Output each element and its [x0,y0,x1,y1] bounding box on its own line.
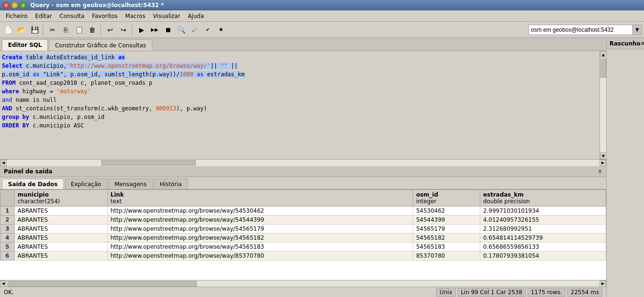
connection-input[interactable] [529,25,633,35]
scroll-left-arrow[interactable]: ◀ [0,160,7,166]
cell-estradas-km: 2.312680992951 [480,225,606,234]
row-number-header [0,190,15,207]
editor-horizontal-scrollbar[interactable]: ◀ ▶ [0,159,606,166]
table-body: 1 ABRANTES http://www.openstreetmap.org/… [0,207,606,261]
window-controls: × − + [3,2,26,9]
menu-ajuda[interactable]: Ajuda [184,12,208,20]
undo-button[interactable]: ↩ [104,24,116,36]
cell-osm-id: 85370780 [413,252,480,261]
cell-link: http://www.openstreetmap.org/browse/way/… [107,225,413,234]
run-button[interactable]: ▶ [135,24,148,36]
rascunho-panel: Rascunho ✕ [606,38,644,297]
rascunho-close-button[interactable]: ✕ [640,40,644,47]
scroll-up-arrow[interactable]: ▲ [600,51,606,58]
editor-tabs: Editor SQL Construtor Gráfico de Consult… [0,38,606,51]
status-encoding: Unix [436,288,456,297]
minimize-window-button[interactable]: − [11,2,18,9]
output-close-button[interactable]: ✕ [598,168,602,175]
commit-button[interactable]: ✔ [202,24,214,36]
cut-button[interactable]: ✂ [46,24,59,36]
maximize-window-button[interactable]: + [20,2,26,9]
menu-ficheiro[interactable]: Ficheiro [2,12,31,20]
cell-estradas-km: 2.99971030101934 [480,207,606,216]
scroll-right-arrow[interactable]: ▶ [600,160,606,166]
data-scroll-thumb[interactable] [8,281,197,287]
cell-municipio: ABRANTES [15,225,108,234]
cell-estradas-km: 4.01240957326155 [480,216,606,225]
table-row: 6 ABRANTES http://www.openstreetmap.org/… [0,252,606,261]
data-scroll-left[interactable]: ◀ [0,280,7,287]
status-right: Unix Lin 99 Col 1 Car 2538 1175 rows. 22… [436,288,602,297]
save-button[interactable]: 💾 [28,24,41,36]
data-table-container[interactable]: municipio character(254) Link text osm_i… [0,189,606,280]
menubar: Ficheiro Editar Consulta Favoritos Macro… [0,10,644,22]
connection-dropdown-arrow[interactable]: ▼ [633,25,642,35]
status-size: 22554 ms [567,288,602,297]
cell-municipio: ABRANTES [15,243,108,252]
output-tab-explain[interactable]: Explicação [65,179,107,189]
menu-favoritos[interactable]: Favoritos [88,12,121,20]
scroll-thumb-v[interactable] [600,59,606,78]
row-number: 6 [0,252,15,261]
editor-main[interactable]: Create table AutoEstradas_id_link as Sel… [0,51,600,159]
copy-button[interactable]: ⎘ [60,24,72,36]
editor-body: Create table AutoEstradas_id_link as Sel… [0,51,606,159]
run-all-button[interactable]: ▶▶ [149,24,161,36]
tab-construtor[interactable]: Construtor Gráfico de Consultas [49,39,152,51]
table-row: 4 ABRANTES http://www.openstreetmap.org/… [0,234,606,243]
scroll-down-arrow[interactable]: ▼ [600,153,606,159]
data-scroll-right[interactable]: ▶ [600,280,606,287]
col-header-estradas-km: estradas_km double precision [480,190,606,207]
data-scroll-track[interactable] [7,280,600,287]
redo-button[interactable]: ↪ [117,24,130,36]
row-number: 4 [0,234,15,243]
editor-vertical-scrollbar[interactable]: ▲ ▼ [600,51,606,159]
toolbar: 📄 📂 💾 ✂ ⎘ 📋 🗑 ↩ ↪ ▶ ▶▶ ⏹ 🔍 🔎 ✔ ✖ ▼ [0,22,644,38]
rascunho-header: Rascunho ✕ [607,38,644,49]
clear-button[interactable]: 🗑 [86,24,98,36]
editor-wrapper: Create table AutoEstradas_id_link as Sel… [0,51,606,166]
code-area[interactable]: Create table AutoEstradas_id_link as Sel… [2,53,598,130]
data-horizontal-scrollbar[interactable]: ◀ ▶ [0,280,606,287]
cell-osm-id: 54565183 [413,243,480,252]
cell-osm-id: 54565179 [413,225,480,234]
statusbar: OK. Unix Lin 99 Col 1 Car 2538 1175 rows… [0,287,606,297]
menu-editar[interactable]: Editar [31,12,56,20]
output-tab-data[interactable]: Saída de Dados [2,179,64,189]
output-wrapper: Painel de saída ✕ Saída de Dados Explica… [0,166,606,287]
output-tab-history[interactable]: História [154,179,188,189]
app: × − + Query - osm em geobox@localhost:54… [0,0,644,297]
cell-osm-id: 54530462 [413,207,480,216]
rascunho-title: Rascunho [609,40,640,47]
main-area: Editor SQL Construtor Gráfico de Consult… [0,38,644,297]
table-row: 2 ABRANTES http://www.openstreetmap.org/… [0,216,606,225]
new-button[interactable]: 📄 [2,24,14,36]
output-panel-header: Painel de saída ✕ [0,166,606,177]
explain-button[interactable]: 🔍 [175,24,187,36]
rollback-button[interactable]: ✖ [215,24,227,36]
separator-2 [100,24,102,36]
menu-macros[interactable]: Macros [122,12,150,20]
cell-link: http://www.openstreetmap.org/browse/way/… [107,243,413,252]
tab-editor-sql[interactable]: Editor SQL [2,39,48,51]
cell-municipio: ABRANTES [15,216,108,225]
cell-estradas-km: 0.654814114529739 [480,234,606,243]
scroll-thumb-h[interactable] [101,160,196,166]
col-header-osm-id: osm_id integer [413,190,480,207]
open-button[interactable]: 📂 [15,24,27,36]
status-message: OK. [4,289,14,296]
connection-selector: ▼ [529,25,642,35]
stop-button[interactable]: ⏹ [162,24,174,36]
output-tab-messages[interactable]: Mensagens [108,179,153,189]
output-tabs: Saída de Dados Explicação Mensagens Hist… [0,177,606,189]
scroll-track-v[interactable] [600,58,606,153]
close-window-button[interactable]: × [3,2,9,9]
cell-link: http://www.openstreetmap.org/browse/way/… [107,252,413,261]
paste-button[interactable]: 📋 [73,24,85,36]
scroll-track-h[interactable] [7,160,600,166]
menu-visualizar[interactable]: Visualizar [149,12,184,20]
cell-estradas-km: 0.65686559856133 [480,243,606,252]
status-rows: 1175 rows. [528,288,565,297]
menu-consulta[interactable]: Consulta [56,12,88,20]
explain-analyze-button[interactable]: 🔎 [188,24,201,36]
